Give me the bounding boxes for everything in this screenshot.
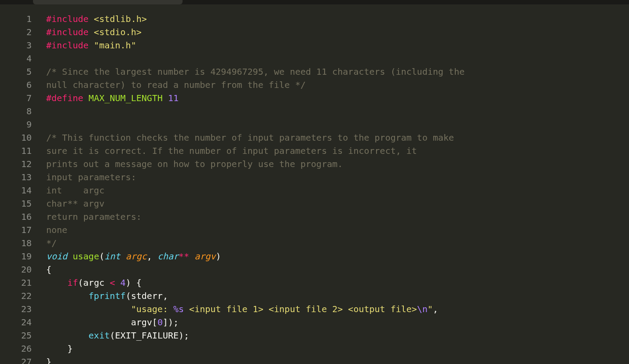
- line-number: 12: [0, 157, 32, 171]
- line-number: 3: [0, 39, 32, 52]
- code-line: return parameters:: [46, 210, 629, 223]
- line-number: 22: [0, 289, 32, 302]
- code-line: }: [46, 355, 629, 364]
- code-line: [46, 52, 629, 65]
- code-line: {: [46, 263, 629, 276]
- code-line: #include <stdio.h>: [46, 25, 629, 39]
- line-number: 2: [0, 25, 32, 39]
- line-number: 10: [0, 131, 32, 144]
- editor-container: 1 2 3 4 5 6 7 8 9 10 11 12 13 14 15 16 1…: [0, 4, 629, 364]
- line-number: 25: [0, 329, 32, 342]
- line-number: 24: [0, 316, 32, 329]
- code-line: */: [46, 237, 629, 250]
- line-number: 21: [0, 276, 32, 289]
- code-line: prints out a message on how to properly …: [46, 157, 629, 171]
- code-line: fprintf(stderr,: [46, 289, 629, 302]
- line-number: 13: [0, 171, 32, 184]
- code-line: }: [46, 342, 629, 355]
- code-line: #define MAX_NUM_LENGTH 11: [46, 91, 629, 105]
- line-number: 26: [0, 342, 32, 355]
- code-line: "usage: %s <input file 1> <input file 2>…: [46, 302, 629, 316]
- code-line: char** argv: [46, 197, 629, 210]
- code-line: null character) to read a number from th…: [46, 78, 629, 91]
- code-line: /* This function checks the number of in…: [46, 131, 629, 144]
- code-line: input parameters:: [46, 171, 629, 184]
- line-number: 18: [0, 237, 32, 250]
- code-line: exit(EXIT_FAILURE);: [46, 329, 629, 342]
- line-number-gutter: 1 2 3 4 5 6 7 8 9 10 11 12 13 14 15 16 1…: [0, 4, 40, 364]
- code-line: void usage(int argc, char** argv): [46, 250, 629, 263]
- active-tab[interactable]: [33, 0, 183, 4]
- code-line: /* Since the largest number is 429496729…: [46, 65, 629, 78]
- line-number: 19: [0, 250, 32, 263]
- line-number: 23: [0, 302, 32, 316]
- line-number: 15: [0, 197, 32, 210]
- line-number: 11: [0, 144, 32, 157]
- code-line: sure it is correct. If the number of inp…: [46, 144, 629, 157]
- line-number: 16: [0, 210, 32, 223]
- code-line: argv[0]);: [46, 316, 629, 329]
- tab-bar: [0, 0, 629, 4]
- line-number: 6: [0, 78, 32, 91]
- code-line: #include "main.h": [46, 39, 629, 52]
- code-line: int argc: [46, 184, 629, 197]
- line-number: 9: [0, 118, 32, 131]
- line-number: 20: [0, 263, 32, 276]
- line-number: 17: [0, 223, 32, 237]
- code-line: none: [46, 223, 629, 237]
- line-number: 8: [0, 105, 32, 118]
- line-number: 7: [0, 91, 32, 105]
- line-number: 14: [0, 184, 32, 197]
- code-line: #include <stdlib.h>: [46, 12, 629, 25]
- line-number: 4: [0, 52, 32, 65]
- line-number: 5: [0, 65, 32, 78]
- code-line: if(argc < 4) {: [46, 276, 629, 289]
- code-line: [46, 118, 629, 131]
- line-number: 1: [0, 12, 32, 25]
- code-line: [46, 105, 629, 118]
- code-editor[interactable]: #include <stdlib.h>#include <stdio.h>#in…: [40, 4, 629, 364]
- line-number: 27: [0, 355, 32, 364]
